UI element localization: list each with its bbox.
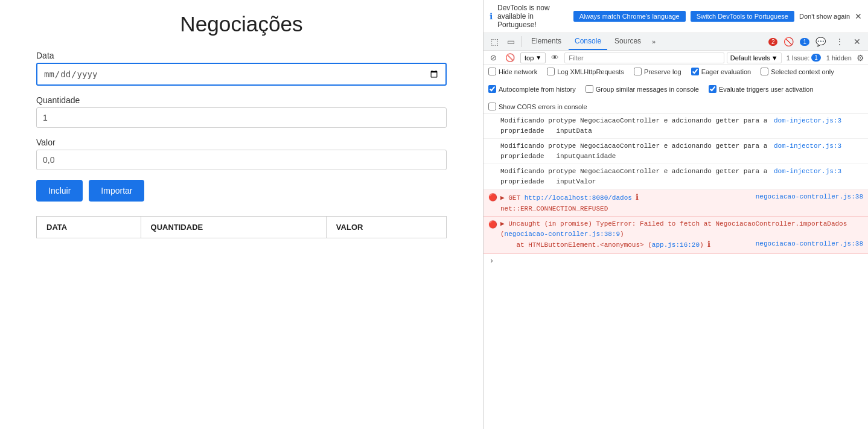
hide-network-label: Hide network [499,68,537,75]
clear-console-icon[interactable]: ⊘ [487,52,500,63]
error-icon-2: 🔴 [488,220,497,230]
hide-network-option[interactable]: Hide network [488,68,537,75]
eval-triggers-checkbox[interactable] [709,85,716,93]
left-panel: Negociações Data Quantidade Valor Inclui… [0,0,483,429]
console-filter-input[interactable] [564,52,724,63]
log-link-2[interactable]: dom-injector.js:3 [774,142,841,150]
default-levels-button[interactable]: Default levels ▼ [727,52,782,63]
autocomplete-checkbox[interactable] [488,85,496,93]
hide-network-checkbox[interactable] [488,68,496,75]
show-cors-option[interactable]: Show CORS errors in console [488,103,587,110]
notification-text: DevTools is now available in Portuguese! [497,4,569,29]
data-input[interactable] [36,63,447,86]
valor-form-group: Valor [36,138,447,170]
eye-icon[interactable]: 👁 [548,52,562,63]
top-selector[interactable]: top ▼ [520,52,546,63]
quantidade-label: Quantidade [36,95,447,105]
show-cors-checkbox[interactable] [488,103,496,110]
group-similar-option[interactable]: Group similar messages in console [586,85,699,93]
error-info-icon-2[interactable]: ℹ [707,240,710,249]
hidden-text: 1 hidden [826,54,852,62]
console-options: Hide network Log XMLHttpRequests Preserv… [483,65,868,113]
log-entry-3: Modificando protype NegociacaoController… [483,164,868,189]
tab-sources[interactable]: Sources [608,33,647,50]
error-file-4[interactable]: negociacao-controller.js:38 [756,239,863,249]
log-text-1: Modificando protype NegociacaoController… [500,117,841,124]
col-data: DATA [37,217,141,238]
data-form-group: Data [36,51,447,86]
console-output: Modificando protype NegociacaoController… [483,113,868,429]
message-badge: 1 [800,38,809,46]
devtools-notification: ℹ DevTools is now available in Portugues… [483,0,868,33]
always-match-button[interactable]: Always match Chrome's language [573,11,686,22]
error-file-3[interactable]: app.js:16:20 [652,241,700,249]
log-link-3[interactable]: dom-injector.js:3 [774,168,841,175]
group-similar-checkbox[interactable] [586,85,593,93]
more-icon[interactable]: ⋮ [832,34,847,49]
page-title: Negociações [36,12,447,36]
error-badge: 2 [768,38,778,46]
selected-context-checkbox[interactable] [761,68,768,75]
expand-icon[interactable]: 🚫 [502,52,518,63]
console-subtoolbar: ⊘ 🚫 top ▼ 👁 Default levels ▼ 1 Issue: 1 … [483,51,868,65]
group-similar-label: Group similar messages in console [596,86,699,93]
error-entry-1: 🔴 ▶ GET http://localhost:8080/dados nego… [483,189,868,217]
negociacoes-table: DATA QUANTIDADE VALOR [36,216,447,238]
log-prop-2: propriedade inputQuantidade [500,153,616,160]
table-header-row: DATA QUANTIDADE VALOR [37,217,447,238]
importar-button[interactable]: Importar [89,180,144,202]
tab-console[interactable]: Console [569,33,607,50]
data-label: Data [36,51,447,60]
switch-devtools-button[interactable]: Switch DevTools to Portuguese [691,11,794,22]
inspect-icon[interactable]: ⬚ [487,34,502,49]
log-text-2: Modificando protype NegociacaoController… [500,142,841,150]
preserve-log-checkbox[interactable] [634,68,642,75]
preserve-log-option[interactable]: Preserve log [634,68,681,75]
info-icon: ℹ [490,11,493,21]
device-icon[interactable]: ▭ [503,34,519,49]
default-levels-text: Default levels [730,54,770,62]
show-cors-label: Show CORS errors in console [499,103,587,110]
settings-icon[interactable]: ⚙ [857,53,864,63]
toolbar-separator [522,36,522,47]
close-devtools-icon[interactable]: ✕ [850,34,864,49]
error-info-icon-1[interactable]: ℹ [636,193,639,202]
selected-context-option[interactable]: Selected context only [761,68,834,75]
issue-text: 1 Issue: [787,54,810,62]
valor-input[interactable] [36,150,447,170]
error-icon: 🚫 [780,34,797,49]
error-url-1[interactable]: http://localhost:8080/dados [525,194,632,202]
log-link-1[interactable]: dom-injector.js:3 [774,117,841,124]
log-prop-3: propriedade inputValor [500,178,596,185]
selected-context-label: Selected context only [771,68,834,75]
col-valor: VALOR [326,217,446,238]
log-xml-option[interactable]: Log XMLHttpRequests [547,68,624,75]
tab-more-button[interactable]: » [648,36,659,48]
autocomplete-option[interactable]: Autocomplete from history [488,85,576,93]
quantidade-form-group: Quantidade [36,95,447,128]
autocomplete-label: Autocomplete from history [499,86,576,93]
dont-show-button[interactable]: Don't show again [799,13,850,20]
tab-elements[interactable]: Elements [525,33,567,50]
log-entry-1: Modificando protype NegociacaoController… [483,113,868,139]
error-file-1[interactable]: negociacao-controller.js:38 [756,192,863,202]
quantidade-input[interactable] [36,107,447,128]
incluir-button[interactable]: Incluir [36,180,83,202]
eager-eval-option[interactable]: Eager evaluation [691,68,752,75]
issue-count: 1 [811,54,821,62]
log-xml-checkbox[interactable] [547,68,555,75]
prompt-arrow: › [490,257,494,265]
top-label: top [525,54,534,62]
log-prop-1: propriedade inputData [500,127,592,135]
default-levels-arrow: ▼ [771,54,778,62]
error-text-2: ▶ Uncaught (in promise) TypeError: Faile… [500,220,847,249]
log-text-3: Modificando protype NegociacaoController… [500,168,841,175]
notification-close-button[interactable]: ✕ [855,11,862,21]
error-file-2[interactable]: negociacao-controller.js:38:9 [505,230,620,238]
eval-triggers-option[interactable]: Evaluate triggers user activation [709,85,814,93]
log-xml-label: Log XMLHttpRequests [557,68,624,75]
valor-label: Valor [36,138,447,147]
preserve-log-label: Preserve log [644,68,681,75]
eager-eval-checkbox[interactable] [691,68,699,75]
col-quantidade: QUANTIDADE [141,217,326,238]
